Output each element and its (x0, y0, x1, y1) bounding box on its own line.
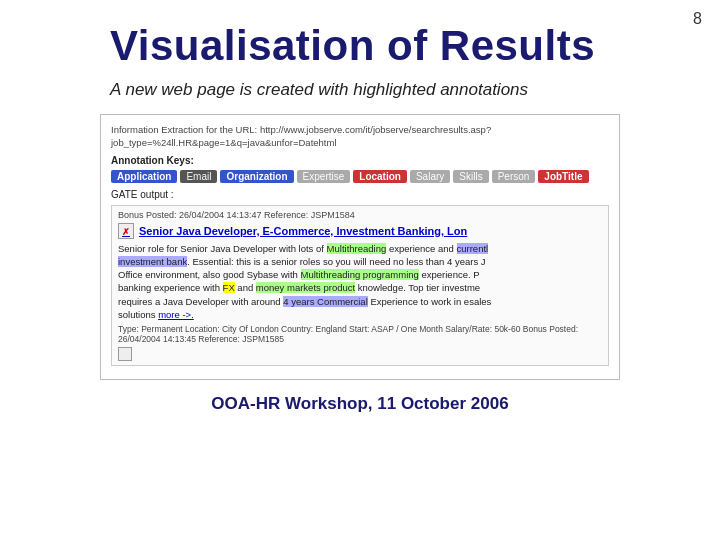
broken-image-icon: ✗ (118, 223, 134, 239)
subtitle: A new web page is created with highlight… (110, 80, 720, 100)
tag-expertise: Expertise (297, 170, 351, 183)
footer-text: OOA-HR Workshop, 11 October 2006 (0, 394, 720, 414)
tag-jobtitle: JobTitle (538, 170, 588, 183)
tag-email: Email (180, 170, 217, 183)
small-img-placeholder (118, 347, 132, 361)
gate-output-label: GATE output : (111, 189, 609, 200)
tag-skills: Skills (453, 170, 488, 183)
result-body: Senior role for Senior Java Developer wi… (118, 242, 602, 322)
annotation-keys-label: Annotation Keys: (111, 155, 609, 166)
annotation-keys: Application Email Organization Expertise… (111, 170, 609, 183)
main-title: Visualisation of Results (110, 22, 720, 70)
tag-salary: Salary (410, 170, 450, 183)
screenshot-box: Information Extraction for the URL: http… (100, 114, 620, 380)
page-number: 8 (693, 10, 702, 28)
tag-application: Application (111, 170, 177, 183)
result-entry: Bonus Posted: 26/04/2004 14:13:47 Refere… (111, 205, 609, 367)
url-info: Information Extraction for the URL: http… (111, 123, 609, 150)
result-title: ✗ Senior Java Developer, E-Commerce, Inv… (118, 223, 602, 239)
tag-person: Person (492, 170, 536, 183)
tag-location: Location (353, 170, 407, 183)
more-link[interactable]: more ->. (158, 309, 194, 320)
result-footer: Type: Permanent Location: City Of London… (118, 324, 602, 344)
result-meta: Bonus Posted: 26/04/2004 14:13:47 Refere… (118, 210, 602, 220)
tag-organization: Organization (220, 170, 293, 183)
